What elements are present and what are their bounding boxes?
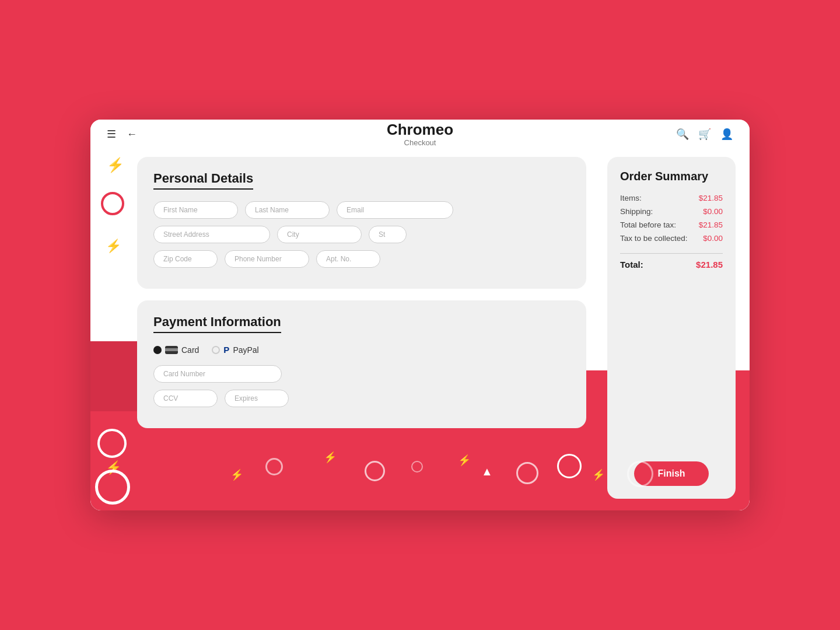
payment-information-card: Payment Information Card P PayPal bbox=[137, 300, 586, 428]
menu-icon[interactable]: ☰ bbox=[107, 128, 116, 141]
total-before-tax-row: Total before tax: $21.85 bbox=[620, 220, 723, 229]
card-number-input[interactable] bbox=[153, 365, 282, 383]
personal-details-title: Personal Details bbox=[153, 171, 253, 190]
paypal-icon: P bbox=[223, 345, 229, 355]
apt-no-input[interactable] bbox=[316, 250, 380, 268]
ccv-expires-row bbox=[153, 390, 570, 407]
ccv-input[interactable] bbox=[153, 390, 218, 407]
bolt-icon-mid: ⚡ bbox=[106, 239, 121, 254]
name-email-row bbox=[153, 201, 570, 219]
summary-divider bbox=[620, 253, 723, 254]
circle-decor-large bbox=[95, 470, 130, 505]
total-value: $21.85 bbox=[696, 260, 723, 270]
personal-details-card: Personal Details bbox=[137, 157, 586, 289]
cart-icon[interactable]: 🛒 bbox=[698, 128, 711, 141]
shipping-row: Shipping: $0.00 bbox=[620, 207, 723, 216]
order-summary-card: Order Summary Items: $21.85 Shipping: $0… bbox=[607, 157, 736, 499]
total-row: Total: $21.85 bbox=[620, 260, 723, 270]
right-panel: Order Summary Items: $21.85 Shipping: $0… bbox=[598, 145, 750, 510]
back-icon[interactable]: ← bbox=[127, 128, 137, 141]
payment-information-title: Payment Information bbox=[153, 314, 281, 333]
zip-code-input[interactable] bbox=[153, 250, 218, 268]
app-window: ☰ ← Chromeo Checkout 🔍 🛒 👤 ⚡ ⚡ bbox=[90, 120, 750, 510]
card-radio-selected bbox=[153, 346, 162, 354]
email-input[interactable] bbox=[337, 201, 453, 219]
items-value: $21.85 bbox=[699, 194, 723, 202]
items-row: Items: $21.85 bbox=[620, 194, 723, 202]
card-number-row bbox=[153, 365, 570, 383]
paypal-payment-option[interactable]: P PayPal bbox=[212, 345, 258, 355]
address-row bbox=[153, 226, 570, 243]
zip-phone-row bbox=[153, 250, 570, 268]
total-label: Total: bbox=[620, 260, 643, 270]
items-label: Items: bbox=[620, 194, 642, 202]
header: ☰ ← Chromeo Checkout 🔍 🛒 👤 bbox=[90, 120, 750, 145]
search-icon[interactable]: 🔍 bbox=[676, 128, 689, 141]
paypal-label: PayPal bbox=[233, 345, 258, 355]
card-label: Card bbox=[181, 345, 199, 355]
shipping-label: Shipping: bbox=[620, 207, 653, 216]
center-section: Personal Details bbox=[137, 145, 598, 510]
circle-decor-white-1 bbox=[97, 429, 127, 458]
shipping-value: $0.00 bbox=[703, 207, 723, 216]
user-icon[interactable]: 👤 bbox=[720, 128, 733, 141]
tax-label: Tax to be collected: bbox=[620, 234, 688, 243]
state-input[interactable] bbox=[369, 226, 407, 243]
card-payment-option[interactable]: Card bbox=[153, 345, 199, 355]
page-subtitle: Checkout bbox=[387, 138, 453, 147]
first-name-input[interactable] bbox=[153, 201, 238, 219]
order-summary-title: Order Summary bbox=[620, 170, 723, 183]
header-center: Chromeo Checkout bbox=[387, 121, 453, 147]
finish-button[interactable]: Finish bbox=[634, 461, 708, 486]
phone-number-input[interactable] bbox=[225, 250, 309, 268]
street-address-input[interactable] bbox=[153, 226, 270, 243]
tax-row: Tax to be collected: $0.00 bbox=[620, 234, 723, 243]
main-content: ⚡ ⚡ ⚡ Personal Details bbox=[90, 145, 750, 510]
paypal-radio bbox=[212, 346, 220, 354]
bolt-icon-top: ⚡ bbox=[107, 157, 124, 173]
total-before-tax-value: $21.85 bbox=[699, 220, 723, 229]
header-right: 🔍 🛒 👤 bbox=[676, 128, 733, 141]
header-left: ☰ ← bbox=[107, 128, 137, 141]
circle-decor-1 bbox=[101, 192, 124, 215]
tax-value: $0.00 bbox=[703, 234, 723, 243]
last-name-input[interactable] bbox=[245, 201, 330, 219]
expires-input[interactable] bbox=[225, 390, 289, 407]
payment-methods: Card P PayPal bbox=[153, 345, 570, 355]
card-icon bbox=[165, 346, 178, 354]
app-title: Chromeo bbox=[387, 121, 453, 138]
total-before-tax-label: Total before tax: bbox=[620, 220, 676, 229]
left-decorations: ⚡ ⚡ ⚡ bbox=[90, 145, 137, 510]
city-input[interactable] bbox=[277, 226, 362, 243]
